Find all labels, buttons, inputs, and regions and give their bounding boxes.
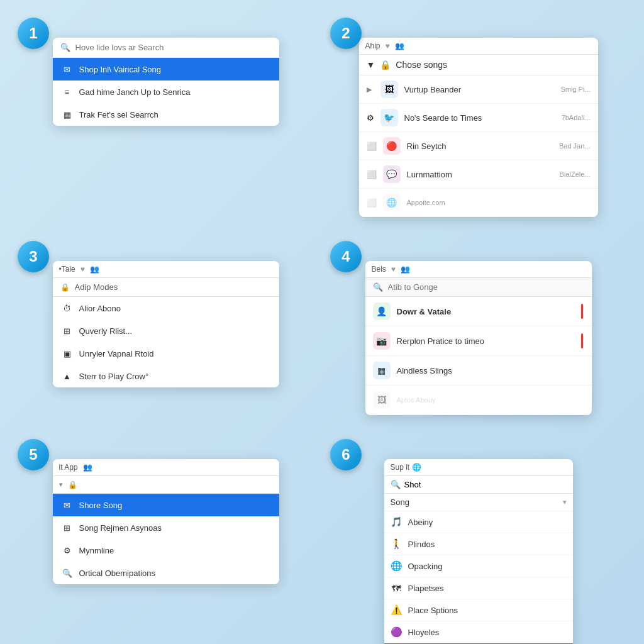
icon-3-0: ⏱ xyxy=(62,303,73,314)
panel2-row-3[interactable]: ⬜ 💬 Lurnmattiom BialZele... xyxy=(359,160,598,189)
item-label-1-0: Shop Inl\ Vairical Song xyxy=(79,65,162,74)
menu-item-3-0[interactable]: ⏱ Alior Abono xyxy=(53,297,279,319)
panel2-row-0[interactable]: ▶ 🖼 Vurtup Beander Smig Pi... xyxy=(359,75,598,104)
heart-4: ♥ xyxy=(391,265,396,274)
p6-icon-2: 🌐 xyxy=(391,560,403,572)
step-badge-1: 1 xyxy=(18,18,49,49)
label-5-3: Ortical Obemipations xyxy=(79,569,155,578)
section-chevron-6: ▾ xyxy=(563,498,567,506)
search-input-4[interactable] xyxy=(388,282,584,292)
search-icon-1: 🔍 xyxy=(60,43,70,52)
panel2-title: Chose songs xyxy=(396,60,447,70)
panel6-item-2[interactable]: 🌐 Opacking xyxy=(384,555,573,577)
row-icon-2: 🔴 xyxy=(383,137,401,155)
label-5-1: Song Rejmen Asynoas xyxy=(79,523,162,533)
item-icon-1-2: ▦ xyxy=(62,109,73,120)
panel-6: 6 Sup it 🌐 🔍 Song ▾ 🎵 Abeiny 🚶 Plindos xyxy=(325,434,631,644)
row-sub-2: Bad Jan... xyxy=(559,142,591,150)
icon-4-3: 🖼 xyxy=(373,391,391,409)
row-name-3: Lurnmattiom xyxy=(407,170,553,179)
lock-5: 🔒 xyxy=(68,480,77,489)
panel-2: 2 Ahip ♥ 👥 ▼ 🔒 Chose songs ▶ 🖼 Vurtup Be… xyxy=(325,13,631,230)
panel4-row-1[interactable]: 📷 Rerplon Pratice to timeo xyxy=(365,326,592,356)
panel-1: 1 🔍 ✉ Shop Inl\ Vairical Song ≡ Gad hime… xyxy=(13,13,319,230)
menu-item-3-1[interactable]: ⊞ Quverly Rlist... xyxy=(53,319,279,342)
p6-label-1: Plindos xyxy=(408,540,435,549)
panel2-row-2[interactable]: ⬜ 🔴 Rin Seytch Bad Jan... xyxy=(359,132,598,160)
p6-icon-0: 🎵 xyxy=(391,516,403,528)
p6-label-4: Place Sptions xyxy=(408,606,458,615)
menu-item-3-2[interactable]: ▣ Unryler Vapnal Rtoid xyxy=(53,342,279,365)
panel4-row-2[interactable]: ▦ Alndless Slings xyxy=(365,356,592,386)
item-icon-1-0: ✉ xyxy=(62,64,73,75)
icon-3-3: ▲ xyxy=(62,370,73,382)
icon-5-0: ✉ xyxy=(62,499,73,511)
menu-item-5-1[interactable]: ⊞ Song Rejmen Asynoas xyxy=(53,516,279,539)
p6-icon-4: ⚠️ xyxy=(391,604,403,616)
panel3-input-row: 🔒 xyxy=(53,278,279,297)
dropdown-card-3: •Tale ♥ 👥 🔒 ⏱ Alior Abono ⊞ Quverly Rlis… xyxy=(53,261,279,387)
sq-icon-3: ⬜ xyxy=(367,170,377,179)
panel5-row2: ▾ 🔒 xyxy=(53,476,279,494)
panel6-item-1[interactable]: 🚶 Plindos xyxy=(384,533,573,555)
menu-item-3-3[interactable]: ▲ Sterr to Play Crow° xyxy=(53,365,279,387)
panel6-item-3[interactable]: 🗺 Plapetses xyxy=(384,577,573,599)
row-sub-3: BialZele... xyxy=(560,170,591,178)
row-icon-1: 🐦 xyxy=(380,109,398,126)
menu-item-1-0[interactable]: ✉ Shop Inl\ Vairical Song xyxy=(53,58,279,80)
item-label-1-2: Trak Fet's sel Searrch xyxy=(79,110,158,119)
p6-icon-1: 🚶 xyxy=(391,538,403,550)
row-icon-3: 💬 xyxy=(383,165,401,183)
row-name-0: Vurtup Beander xyxy=(404,85,555,94)
panel2-row-1[interactable]: ⚙ 🐦 No's Searde to Times 7bAdali... xyxy=(359,104,598,132)
person-5: 👥 xyxy=(83,463,92,472)
panel6-section-header: Song ▾ xyxy=(384,494,573,511)
panel4-topbar: Bels ♥ 👥 xyxy=(365,261,592,278)
panel3-input[interactable] xyxy=(75,282,272,292)
panel4-row-3[interactable]: 🖼 Aptos Abouy xyxy=(365,386,592,415)
menu-item-5-3[interactable]: 🔍 Ortical Obemipations xyxy=(53,562,279,584)
panel-4: 4 Bels ♥ 👥 🔍 👤 Dowr & Vatale 📷 Rerplon P… xyxy=(325,236,631,428)
search-input-1[interactable] xyxy=(75,43,272,52)
panel2-row-4[interactable]: ⬜ 🌐 Appoite.com xyxy=(359,189,598,217)
lock-icon-2: 🔒 xyxy=(380,60,391,70)
panel4-row-0[interactable]: 👤 Dowr & Vatale xyxy=(365,297,592,326)
menu-item-1-2[interactable]: ▦ Trak Fet's sel Searrch xyxy=(53,103,279,126)
dropdown-card-4: Bels ♥ 👥 🔍 👤 Dowr & Vatale 📷 Rerplon Pra… xyxy=(365,261,592,415)
red-bar-0 xyxy=(581,304,583,319)
search-input-6[interactable] xyxy=(404,480,567,489)
panel6-item-0[interactable]: 🎵 Abeiny xyxy=(384,511,573,533)
step-badge-4: 4 xyxy=(330,241,362,272)
panel6-item-5[interactable]: 🟣 Hloyeles xyxy=(384,621,573,643)
menu-item-5-0[interactable]: ✉ Shore Song xyxy=(53,494,279,516)
topbar-left-6: Sup it 🌐 xyxy=(391,463,421,472)
row-icon-0: 🖼 xyxy=(380,80,398,98)
panel5-input[interactable] xyxy=(82,480,273,489)
topbar-text-2: Ahip xyxy=(365,42,380,50)
icon-5-2: ⚙ xyxy=(62,545,73,556)
icon-4-0: 👤 xyxy=(373,303,391,320)
label-3-2: Unryler Vapnal Rtoid xyxy=(79,349,154,358)
menu-item-1-1[interactable]: ≡ Gad hime Janch Up to Senrica xyxy=(53,80,279,103)
topbar-left-4: Bels xyxy=(372,265,386,274)
panel2-title-row: ▼ 🔒 Chose songs xyxy=(359,55,598,75)
row-name-1: No's Searde to Times xyxy=(404,113,555,123)
panel3-topbar: •Tale ♥ 👥 xyxy=(53,261,279,278)
menu-item-5-2[interactable]: ⚙ Mynmline xyxy=(53,539,279,562)
p6-label-3: Plapetses xyxy=(408,584,444,593)
panel-5: 5 lt App 👥 ▾ 🔒 ✉ Shore Song ⊞ Song Rejme… xyxy=(13,434,319,644)
icon-3-1: ⊞ xyxy=(62,325,73,336)
row-name-4: Appoite.com xyxy=(407,199,591,206)
item-label-1-1: Gad hime Janch Up to Senrica xyxy=(79,87,191,97)
p6-label-2: Opacking xyxy=(408,562,443,571)
topbar-left-5: lt App xyxy=(59,463,78,472)
heart-3: ♥ xyxy=(80,265,85,274)
step-badge-3: 3 xyxy=(18,241,49,272)
name-4-3: Aptos Abouy xyxy=(397,396,436,404)
p6-label-0: Abeiny xyxy=(408,518,433,527)
row-sub-0: Smig Pi... xyxy=(560,86,590,93)
heart-icon-2: ♥ xyxy=(386,42,390,50)
red-bar-1 xyxy=(581,333,583,348)
dropdown-card-5: lt App 👥 ▾ 🔒 ✉ Shore Song ⊞ Song Rejmen … xyxy=(53,459,279,584)
panel6-item-4[interactable]: ⚠️ Place Sptions xyxy=(384,599,573,621)
